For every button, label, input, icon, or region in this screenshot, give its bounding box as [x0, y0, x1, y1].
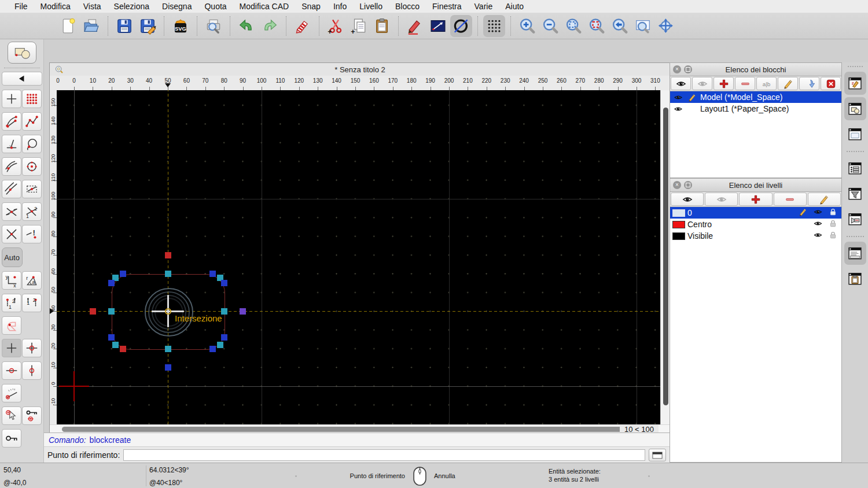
snap-perpendicular-button[interactable]	[2, 135, 21, 153]
angle-snap-button[interactable]	[2, 384, 21, 402]
snap-grid-button[interactable]	[22, 90, 42, 108]
tool-options-button[interactable]	[8, 42, 36, 64]
entity-handle[interactable]	[240, 308, 246, 315]
lock-relative-zero-button[interactable]	[22, 406, 42, 425]
delete-block-entities-button[interactable]	[821, 77, 841, 90]
keyboard-toggle-button[interactable]	[649, 449, 666, 461]
entity-handle[interactable]	[209, 346, 216, 352]
snap-on-entity-button[interactable]	[22, 112, 42, 131]
snap-cross-button[interactable]	[2, 225, 21, 243]
zoom-previous-button[interactable]	[609, 15, 631, 37]
save-as-button[interactable]	[137, 15, 159, 37]
entity-handle[interactable]	[221, 280, 227, 286]
svg-export-button[interactable]: SVG	[170, 15, 192, 37]
layer-row[interactable]: Visibile	[670, 230, 841, 242]
add-block-button[interactable]	[713, 77, 734, 90]
ref-point-1-2-button[interactable]: 12	[2, 294, 21, 312]
open-file-button[interactable]	[80, 15, 102, 37]
float-icon[interactable]	[684, 181, 692, 189]
menu-livello[interactable]: Livello	[353, 2, 389, 11]
print-preview-button[interactable]	[203, 15, 225, 37]
insert-block-button[interactable]	[799, 77, 819, 90]
zoom-out-button[interactable]	[539, 15, 561, 37]
visibility-toggle[interactable]	[672, 105, 684, 113]
back-button[interactable]	[2, 72, 42, 86]
snap-reference-button[interactable]	[2, 316, 21, 335]
menu-seleziona[interactable]: Seleziona	[108, 2, 156, 11]
rename-block-button[interactable]: a|b	[756, 77, 777, 90]
coord-cartesian-button[interactable]: yx	[2, 271, 21, 290]
restrict-horizontal-button[interactable]	[2, 361, 21, 380]
new-document-button[interactable]	[57, 15, 79, 37]
dock-layer-filter-button[interactable]	[844, 182, 866, 205]
dock-library-browser-button[interactable]	[844, 208, 866, 231]
entity-handle[interactable]	[165, 252, 171, 258]
dock-layer-list-button[interactable]	[844, 157, 866, 180]
snap-auto-button[interactable]: Auto	[2, 247, 23, 267]
dock-clipboard-button[interactable]	[844, 267, 866, 290]
entity-handle[interactable]	[221, 334, 227, 341]
snap-intersection-manual-button[interactable]: 12	[22, 202, 42, 221]
snap-endpoints-button[interactable]	[2, 112, 21, 131]
menu-disegna[interactable]: Disegna	[156, 2, 198, 11]
save-button[interactable]	[113, 15, 135, 37]
entity-handle[interactable]	[90, 308, 96, 315]
lock-button[interactable]	[2, 429, 21, 448]
edit-block-button[interactable]	[778, 77, 798, 90]
lock-icon[interactable]	[829, 219, 837, 230]
entity-handle[interactable]	[120, 271, 126, 277]
entity-handle[interactable]	[108, 308, 115, 315]
zoom-window-button[interactable]	[632, 15, 654, 37]
copy-button[interactable]: +	[348, 15, 370, 37]
pick-reference-button[interactable]	[2, 406, 21, 425]
snap-tangent-button[interactable]	[2, 157, 21, 176]
remove-layer-button[interactable]	[774, 193, 807, 206]
paste-button[interactable]	[371, 15, 393, 37]
menu-blocco[interactable]: Blocco	[389, 2, 426, 11]
eye-icon[interactable]	[814, 208, 822, 218]
entity-handle[interactable]	[221, 308, 227, 315]
entity-handle[interactable]	[165, 271, 171, 277]
snap-nothing-button[interactable]: !	[22, 225, 42, 243]
line-tool-button[interactable]	[427, 15, 449, 37]
add-layer-button[interactable]	[739, 193, 772, 206]
snap-intersection-button[interactable]	[2, 202, 21, 221]
hide-all-layers-button[interactable]	[705, 193, 738, 206]
show-all-blocks-button[interactable]	[671, 77, 691, 90]
zoom-in-button[interactable]	[516, 15, 538, 37]
zoom-auto-button[interactable]	[562, 15, 584, 37]
drawing-window-titlebar[interactable]: * Senza titolo 2	[50, 63, 670, 76]
vertical-scrollbar-thumb[interactable]	[663, 108, 668, 405]
snap-distance-button[interactable]	[22, 180, 42, 198]
entity-handle[interactable]	[108, 334, 115, 341]
entity-handle[interactable]	[209, 271, 216, 277]
close-icon[interactable]: ×	[673, 181, 681, 189]
layer-row[interactable]: Centro	[670, 219, 841, 230]
lock-icon[interactable]	[829, 231, 837, 241]
drawing-canvas[interactable]: Intersezione	[57, 90, 660, 424]
block-row[interactable]: Model (*Model_Space)	[670, 91, 841, 103]
horizontal-scrollbar-thumb[interactable]	[62, 427, 624, 432]
hide-all-blocks-button[interactable]	[692, 77, 712, 90]
show-all-layers-button[interactable]	[671, 193, 704, 206]
entity-handle[interactable]	[108, 280, 115, 286]
dock-preview-button[interactable]	[844, 123, 866, 146]
snap-center-button[interactable]	[22, 157, 42, 176]
edit-layer-button[interactable]	[808, 193, 841, 206]
coord-polar-button[interactable]: ra	[22, 271, 42, 290]
restrict-vertical-button[interactable]	[22, 361, 42, 380]
menu-modifica-cad[interactable]: Modifica CAD	[233, 2, 296, 11]
zoom-selected-button[interactable]	[586, 15, 608, 37]
dock-tool-options-button[interactable]	[844, 97, 866, 120]
float-icon[interactable]	[684, 65, 692, 73]
block-row[interactable]: Layout1 (*Paper_Space)	[670, 103, 841, 114]
menu-finestra[interactable]: Finestra	[426, 2, 468, 11]
circle-tool-button[interactable]	[450, 15, 472, 37]
layer-row[interactable]: 0	[670, 207, 841, 219]
snap-on-circle-button[interactable]	[22, 135, 42, 153]
entity-handle[interactable]	[120, 346, 126, 352]
command-input[interactable]	[123, 449, 645, 461]
entity-handle[interactable]	[165, 346, 171, 352]
menu-varie[interactable]: Varie	[468, 2, 499, 11]
menu-aiuto[interactable]: Aiuto	[499, 2, 530, 11]
